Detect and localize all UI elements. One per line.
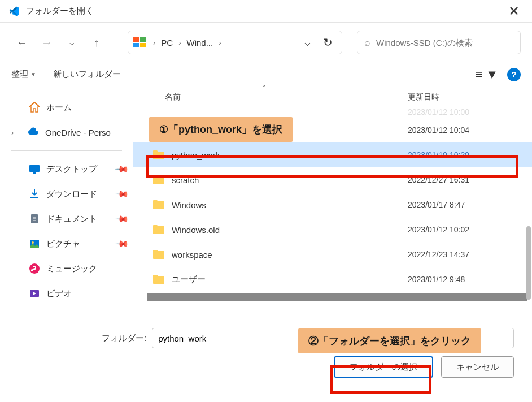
file-row[interactable]: Windows.old 2023/01/12 10:02 bbox=[133, 217, 532, 242]
up-button[interactable]: ↑ bbox=[86, 32, 107, 53]
home-icon bbox=[28, 101, 41, 114]
file-row-python-work[interactable]: python_work 2023/01/19 10:29 bbox=[133, 142, 532, 167]
col-name-header[interactable]: 名前 bbox=[139, 92, 408, 102]
onedrive-icon bbox=[27, 126, 40, 139]
folder-icon bbox=[152, 224, 165, 235]
divider bbox=[11, 150, 122, 151]
column-headers: ˆ 名前 更新日時 bbox=[133, 87, 532, 107]
folder-icon bbox=[152, 249, 165, 260]
file-row[interactable]: scratch 2022/12/27 16:31 bbox=[133, 167, 532, 192]
video-icon bbox=[28, 287, 41, 300]
breadcrumb-drive[interactable]: Wind... bbox=[186, 38, 215, 47]
folder-icon bbox=[152, 274, 165, 284]
recent-dropdown[interactable]: ⌵ bbox=[61, 32, 82, 53]
svg-rect-0 bbox=[133, 37, 139, 42]
pin-icon: 📌 bbox=[114, 211, 130, 227]
callout-two: ②「フォルダーを選択」をクリック bbox=[298, 328, 481, 353]
vscode-icon bbox=[8, 5, 20, 18]
back-button[interactable]: ← bbox=[11, 32, 33, 53]
sidebar-pictures[interactable]: ピクチャ 📌 bbox=[0, 231, 133, 256]
view-button[interactable]: ≡▼ bbox=[475, 67, 498, 82]
close-button[interactable]: ✕ bbox=[504, 1, 524, 21]
nav-row: ← → ⌵ ↑ › PC › Wind... › ⌵ ↻ ⌕ bbox=[0, 23, 532, 62]
svg-rect-5 bbox=[33, 172, 36, 174]
sidebar-downloads[interactable]: ダウンロード 📌 bbox=[0, 181, 133, 206]
folder-icon bbox=[152, 107, 165, 116]
organize-button[interactable]: 整理 ▼ bbox=[11, 69, 36, 80]
window-title: フォルダーを開く bbox=[26, 6, 504, 16]
crumb-sep-icon: › bbox=[176, 38, 183, 47]
sort-indicator-icon: ˆ bbox=[263, 85, 265, 93]
sidebar: ホーム › OneDrive - Perso デスクトップ 📌 ダウンロード 📌… bbox=[0, 87, 133, 320]
sidebar-onedrive[interactable]: › OneDrive - Perso bbox=[0, 120, 133, 145]
chevron-down-icon: ▼ bbox=[30, 71, 36, 77]
svg-rect-3 bbox=[140, 43, 146, 47]
button-row: フォルダーの選択 キャンセル bbox=[11, 356, 514, 378]
titlebar: フォルダーを開く ✕ bbox=[0, 0, 532, 23]
help-button[interactable]: ? bbox=[507, 68, 521, 81]
pc-icon bbox=[133, 37, 146, 47]
folder-icon bbox=[152, 175, 165, 185]
crumb-sep-icon: › bbox=[151, 38, 158, 47]
folder-icon bbox=[152, 200, 165, 210]
col-date-header[interactable]: 更新日時 bbox=[408, 92, 526, 102]
breadcrumb-bar[interactable]: › PC › Wind... › ⌵ ↻ bbox=[128, 31, 342, 54]
horizontal-scrollbar[interactable] bbox=[147, 293, 527, 301]
search-box[interactable]: ⌕ bbox=[357, 31, 521, 54]
pin-icon: 📌 bbox=[114, 236, 130, 252]
crumb-sep-icon: › bbox=[216, 38, 223, 47]
select-folder-button[interactable]: フォルダーの選択 bbox=[334, 356, 433, 378]
file-row[interactable]: Windows 2023/01/17 8:47 bbox=[133, 192, 532, 217]
document-icon bbox=[28, 213, 41, 225]
pictures-icon bbox=[28, 237, 41, 250]
file-row[interactable]: 2023/01/12 10:00 bbox=[133, 107, 532, 118]
sidebar-videos[interactable]: ビデオ bbox=[0, 281, 133, 306]
pin-icon: 📌 bbox=[114, 161, 130, 177]
scrollbar-thumb[interactable] bbox=[526, 226, 531, 300]
music-icon bbox=[28, 262, 41, 275]
sidebar-desktop[interactable]: デスクトップ 📌 bbox=[0, 157, 133, 181]
download-icon bbox=[28, 188, 41, 200]
cancel-button[interactable]: キャンセル bbox=[441, 356, 514, 378]
search-input[interactable] bbox=[376, 38, 513, 47]
svg-point-11 bbox=[32, 241, 34, 244]
file-row[interactable]: ユーザー 2023/01/12 9:48 bbox=[133, 267, 532, 292]
pin-icon: 📌 bbox=[114, 186, 130, 202]
forward-button[interactable]: → bbox=[36, 32, 58, 53]
desktop-icon bbox=[28, 163, 41, 175]
refresh-button[interactable]: ↻ bbox=[319, 36, 337, 49]
breadcrumb-dropdown[interactable]: ⌵ bbox=[300, 36, 315, 49]
sidebar-music[interactable]: ミュージック bbox=[0, 256, 133, 281]
callout-one: ①「python_work」を選択 bbox=[149, 117, 293, 142]
folder-icon bbox=[152, 150, 165, 160]
svg-rect-4 bbox=[29, 165, 40, 172]
search-icon: ⌕ bbox=[364, 37, 370, 49]
sidebar-documents[interactable]: ドキュメント 📌 bbox=[0, 206, 133, 231]
expand-icon[interactable]: › bbox=[11, 128, 21, 137]
folder-label: フォルダー: bbox=[102, 333, 146, 344]
new-folder-button[interactable]: 新しいフォルダー bbox=[53, 69, 121, 80]
toolbar: 整理 ▼ 新しいフォルダー ≡▼ ? bbox=[0, 62, 532, 87]
file-row[interactable]: workspace 2022/12/23 14:37 bbox=[133, 242, 532, 267]
svg-rect-2 bbox=[133, 43, 139, 47]
sidebar-home[interactable]: ホーム bbox=[0, 95, 133, 120]
scrollbar-track[interactable] bbox=[525, 90, 532, 328]
breadcrumb-pc[interactable]: PC bbox=[160, 38, 174, 47]
svg-rect-1 bbox=[140, 37, 146, 42]
